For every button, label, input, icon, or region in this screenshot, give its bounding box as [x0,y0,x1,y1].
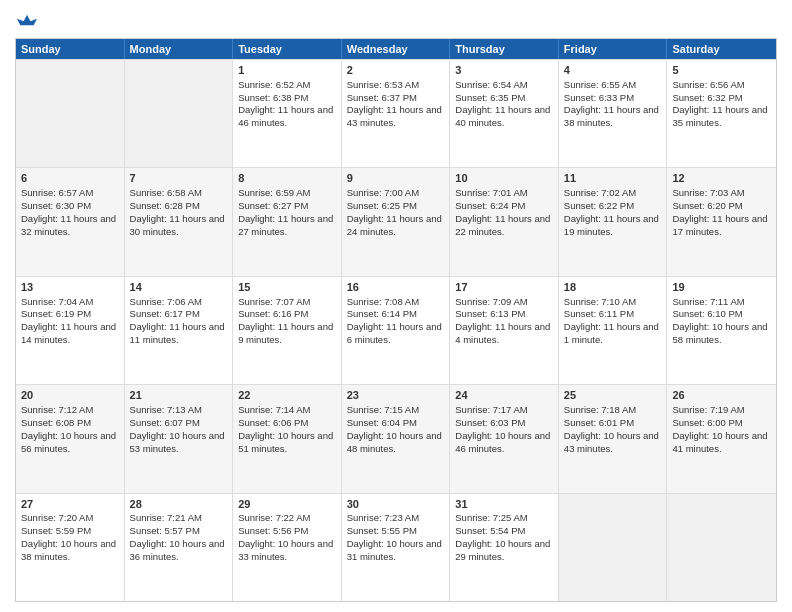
daylight-text: Daylight: 10 hours and 31 minutes. [347,538,442,562]
sunrise-text: Sunrise: 7:19 AM [672,404,744,415]
calendar-day-3: 3Sunrise: 6:54 AMSunset: 6:35 PMDaylight… [450,60,559,167]
sunrise-text: Sunrise: 7:23 AM [347,512,419,523]
sunset-text: Sunset: 6:20 PM [672,200,742,211]
sunset-text: Sunset: 6:00 PM [672,417,742,428]
calendar-day-8: 8Sunrise: 6:59 AMSunset: 6:27 PMDaylight… [233,168,342,275]
calendar-day-9: 9Sunrise: 7:00 AMSunset: 6:25 PMDaylight… [342,168,451,275]
sunset-text: Sunset: 5:57 PM [130,525,200,536]
sunrise-text: Sunrise: 6:55 AM [564,79,636,90]
day-number: 10 [455,171,553,186]
sunrise-text: Sunrise: 7:18 AM [564,404,636,415]
daylight-text: Daylight: 11 hours and 1 minute. [564,321,659,345]
sunrise-text: Sunrise: 7:01 AM [455,187,527,198]
sunset-text: Sunset: 6:28 PM [130,200,200,211]
sunrise-text: Sunrise: 7:15 AM [347,404,419,415]
day-header-tuesday: Tuesday [233,39,342,59]
calendar-day-27: 27Sunrise: 7:20 AMSunset: 5:59 PMDayligh… [16,494,125,601]
calendar-day-26: 26Sunrise: 7:19 AMSunset: 6:00 PMDayligh… [667,385,776,492]
sunrise-text: Sunrise: 6:59 AM [238,187,310,198]
sunrise-text: Sunrise: 7:14 AM [238,404,310,415]
sunrise-text: Sunrise: 7:20 AM [21,512,93,523]
daylight-text: Daylight: 10 hours and 53 minutes. [130,430,225,454]
sunrise-text: Sunrise: 7:02 AM [564,187,636,198]
calendar-day-17: 17Sunrise: 7:09 AMSunset: 6:13 PMDayligh… [450,277,559,384]
daylight-text: Daylight: 10 hours and 58 minutes. [672,321,767,345]
calendar-week-3: 13Sunrise: 7:04 AMSunset: 6:19 PMDayligh… [16,276,776,384]
calendar-day-10: 10Sunrise: 7:01 AMSunset: 6:24 PMDayligh… [450,168,559,275]
sunset-text: Sunset: 6:17 PM [130,308,200,319]
calendar-empty-cell [125,60,234,167]
daylight-text: Daylight: 11 hours and 30 minutes. [130,213,225,237]
day-number: 2 [347,63,445,78]
calendar: SundayMondayTuesdayWednesdayThursdayFrid… [15,38,777,602]
day-number: 28 [130,497,228,512]
sunset-text: Sunset: 6:27 PM [238,200,308,211]
daylight-text: Daylight: 11 hours and 22 minutes. [455,213,550,237]
calendar-day-28: 28Sunrise: 7:21 AMSunset: 5:57 PMDayligh… [125,494,234,601]
sunset-text: Sunset: 6:35 PM [455,92,525,103]
day-number: 20 [21,388,119,403]
calendar-empty-cell [16,60,125,167]
daylight-text: Daylight: 11 hours and 6 minutes. [347,321,442,345]
day-number: 11 [564,171,662,186]
day-number: 17 [455,280,553,295]
logo [15,10,37,30]
daylight-text: Daylight: 11 hours and 24 minutes. [347,213,442,237]
sunrise-text: Sunrise: 6:57 AM [21,187,93,198]
day-number: 5 [672,63,771,78]
daylight-text: Daylight: 11 hours and 32 minutes. [21,213,116,237]
sunrise-text: Sunrise: 7:13 AM [130,404,202,415]
calendar-day-25: 25Sunrise: 7:18 AMSunset: 6:01 PMDayligh… [559,385,668,492]
calendar-day-21: 21Sunrise: 7:13 AMSunset: 6:07 PMDayligh… [125,385,234,492]
sunrise-text: Sunrise: 7:04 AM [21,296,93,307]
sunrise-text: Sunrise: 6:56 AM [672,79,744,90]
sunset-text: Sunset: 6:13 PM [455,308,525,319]
daylight-text: Daylight: 10 hours and 36 minutes. [130,538,225,562]
sunset-text: Sunset: 6:30 PM [21,200,91,211]
day-header-thursday: Thursday [450,39,559,59]
daylight-text: Daylight: 11 hours and 9 minutes. [238,321,333,345]
sunrise-text: Sunrise: 7:17 AM [455,404,527,415]
sunrise-text: Sunrise: 7:12 AM [21,404,93,415]
daylight-text: Daylight: 10 hours and 46 minutes. [455,430,550,454]
calendar-body: 1Sunrise: 6:52 AMSunset: 6:38 PMDaylight… [16,59,776,601]
day-number: 19 [672,280,771,295]
daylight-text: Daylight: 11 hours and 40 minutes. [455,104,550,128]
daylight-text: Daylight: 11 hours and 19 minutes. [564,213,659,237]
sunrise-text: Sunrise: 7:10 AM [564,296,636,307]
daylight-text: Daylight: 11 hours and 14 minutes. [21,321,116,345]
sunset-text: Sunset: 6:38 PM [238,92,308,103]
svg-marker-0 [17,15,37,26]
calendar-day-22: 22Sunrise: 7:14 AMSunset: 6:06 PMDayligh… [233,385,342,492]
daylight-text: Daylight: 10 hours and 33 minutes. [238,538,333,562]
day-number: 1 [238,63,336,78]
daylight-text: Daylight: 10 hours and 48 minutes. [347,430,442,454]
sunset-text: Sunset: 6:06 PM [238,417,308,428]
day-number: 25 [564,388,662,403]
day-header-saturday: Saturday [667,39,776,59]
daylight-text: Daylight: 11 hours and 38 minutes. [564,104,659,128]
day-number: 21 [130,388,228,403]
sunset-text: Sunset: 6:14 PM [347,308,417,319]
sunrise-text: Sunrise: 7:25 AM [455,512,527,523]
calendar-day-19: 19Sunrise: 7:11 AMSunset: 6:10 PMDayligh… [667,277,776,384]
sunset-text: Sunset: 6:33 PM [564,92,634,103]
calendar-week-5: 27Sunrise: 7:20 AMSunset: 5:59 PMDayligh… [16,493,776,601]
sunset-text: Sunset: 5:59 PM [21,525,91,536]
day-number: 8 [238,171,336,186]
calendar-day-14: 14Sunrise: 7:06 AMSunset: 6:17 PMDayligh… [125,277,234,384]
calendar-header: SundayMondayTuesdayWednesdayThursdayFrid… [16,39,776,59]
sunset-text: Sunset: 6:32 PM [672,92,742,103]
daylight-text: Daylight: 10 hours and 38 minutes. [21,538,116,562]
calendar-day-5: 5Sunrise: 6:56 AMSunset: 6:32 PMDaylight… [667,60,776,167]
calendar-day-4: 4Sunrise: 6:55 AMSunset: 6:33 PMDaylight… [559,60,668,167]
daylight-text: Daylight: 10 hours and 29 minutes. [455,538,550,562]
calendar-day-18: 18Sunrise: 7:10 AMSunset: 6:11 PMDayligh… [559,277,668,384]
daylight-text: Daylight: 11 hours and 35 minutes. [672,104,767,128]
daylight-text: Daylight: 11 hours and 27 minutes. [238,213,333,237]
sunrise-text: Sunrise: 7:03 AM [672,187,744,198]
sunset-text: Sunset: 6:25 PM [347,200,417,211]
day-header-monday: Monday [125,39,234,59]
day-number: 16 [347,280,445,295]
day-header-wednesday: Wednesday [342,39,451,59]
